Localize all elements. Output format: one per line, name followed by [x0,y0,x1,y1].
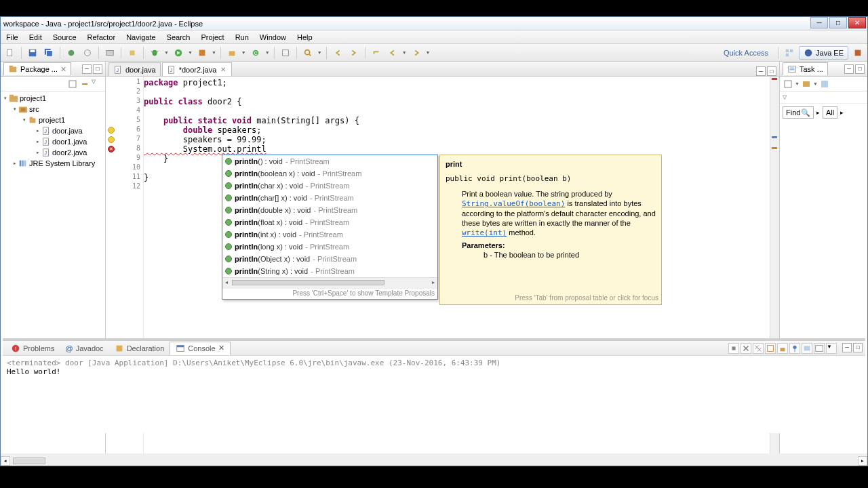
maximize-button[interactable]: □ [829,17,847,28]
link-editor-button[interactable] [79,79,90,89]
collapse-all-button[interactable] [67,79,78,89]
tree-src[interactable]: src [29,105,39,113]
hscroll-left-button[interactable]: ◂ [1,456,10,466]
forward-button[interactable] [410,46,423,60]
new-package-button[interactable] [225,46,239,60]
close-tab-icon[interactable]: ✕ [219,66,227,73]
maximize-view-button[interactable]: □ [93,64,102,74]
tree-file[interactable]: door1.java [52,138,87,146]
run-button[interactable] [172,46,185,60]
error-annotation-icon[interactable]: ✕ [108,146,115,152]
annotation-prev-button[interactable] [331,46,344,60]
new-button[interactable] [3,46,17,60]
tool-button[interactable] [125,46,139,60]
javadoc-link[interactable]: write(int) [462,228,507,237]
perspective-java-button[interactable] [851,46,865,60]
overview-mark[interactable] [772,136,777,138]
search-button[interactable] [301,46,315,60]
perspective-java-ee[interactable]: Java EE [799,46,848,60]
editor-tab-door[interactable]: J door.java [108,62,161,76]
remove-all-button[interactable] [753,343,764,354]
new-class-button[interactable]: C [249,46,262,60]
editor-maximize-button[interactable]: □ [767,66,776,76]
javadoc-link[interactable]: String.valueOf(boolean) [462,199,565,208]
console-tab[interactable]: Console ✕ [170,342,230,355]
autocomplete-scrollbar[interactable]: ◂ ▸ [222,277,437,288]
view-menu-button[interactable]: ▽ [92,79,102,89]
completion-item[interactable]: println(char[] x) : void - PrintStream [222,192,437,204]
back-button[interactable] [386,46,399,60]
menu-run[interactable]: Run [230,33,254,41]
minimize-view-button[interactable]: ─ [844,64,854,74]
menu-navigate[interactable]: Navigate [121,33,161,41]
editor-minimize-button[interactable]: ─ [756,66,766,76]
menu-search[interactable]: Search [161,33,196,41]
task-menu-button[interactable] [819,79,830,89]
console-menu-button[interactable]: ▼ [826,343,837,354]
menu-edit[interactable]: Edit [24,33,47,41]
console-output[interactable]: <terminated> door [Java Application] D:\… [3,356,865,379]
scroll-lock-button[interactable] [777,343,788,354]
completion-item[interactable]: println() : void - PrintStream [222,155,437,167]
minimize-view-button[interactable]: ─ [82,64,92,74]
open-type-button[interactable] [279,46,292,60]
new-server-button[interactable] [103,46,117,60]
save-all-button[interactable] [42,46,56,60]
close-tab-icon[interactable]: ✕ [218,344,224,352]
find-input[interactable]: Find 🔍 [783,106,814,119]
completion-item[interactable]: println(double x) : void - PrintStream [222,204,437,216]
package-explorer-tab[interactable]: Package ... ✕ [3,62,71,75]
filter-all-button[interactable]: All [823,106,837,119]
package-tree[interactable]: ▾ project1 ▾ src ▾ project1 ▸ J d [1,92,105,170]
tree-file[interactable]: door.java [52,127,83,135]
completion-item[interactable]: println(long x) : void - PrintStream [222,241,437,253]
javadoc-tab[interactable]: @Javadoc [60,343,108,354]
run-last-button[interactable] [195,46,209,60]
completion-item[interactable]: println(String x) : void - PrintStream [222,265,437,277]
panel-minimize-button[interactable]: ─ [842,343,852,352]
menu-file[interactable]: File [1,33,24,41]
menu-refactor[interactable]: Refactor [82,33,121,41]
close-button[interactable]: ✕ [848,17,866,28]
completion-item[interactable]: println(int x) : void - PrintStream [222,228,437,241]
debug-last-button[interactable] [64,46,78,60]
annotation-next-button[interactable] [347,46,361,60]
pin-console-button[interactable] [789,343,800,354]
new-task-button[interactable] [783,79,793,89]
completion-item[interactable]: println(float x) : void - PrintStream [222,216,437,228]
save-button[interactable] [26,46,39,60]
last-edit-button[interactable] [370,46,383,60]
skip-breakpoints-button[interactable] [81,46,94,60]
categorize-button[interactable] [801,79,812,89]
menu-help[interactable]: Help [292,33,318,41]
task-list-tab[interactable]: Task ... [783,62,828,75]
minimize-button[interactable]: ─ [810,17,828,28]
debug-button[interactable] [148,46,161,60]
menu-project[interactable]: Project [195,33,229,41]
tree-file[interactable]: door2.java [52,148,87,157]
hscroll-thumb[interactable] [13,458,45,464]
terminate-button[interactable] [728,343,739,354]
clear-console-button[interactable] [765,343,776,354]
tree-project[interactable]: project1 [20,94,46,102]
open-perspective-button[interactable] [783,46,796,60]
remove-launch-button[interactable] [741,343,751,354]
editor-tab-door2[interactable]: J *door2.java ✕ [162,62,233,76]
close-view-icon[interactable]: ✕ [60,65,66,74]
problems-tab[interactable]: ! Problems [5,342,60,354]
declaration-tab[interactable]: Declaration [109,342,170,354]
warning-annotation-icon[interactable] [108,136,115,143]
panel-maximize-button[interactable]: □ [853,343,863,352]
maximize-view-button[interactable]: □ [855,64,865,74]
overview-warning-mark[interactable] [772,147,777,149]
warning-annotation-icon[interactable] [108,127,115,134]
tree-package[interactable]: project1 [39,116,65,124]
completion-item[interactable]: println(boolean x) : void - PrintStream [222,167,437,180]
completion-item[interactable]: println(Object x) : void - PrintStream [222,253,437,265]
quick-access[interactable]: Quick Access [718,49,774,57]
overview-error-mark[interactable] [772,78,777,80]
display-selected-button[interactable] [802,343,812,354]
content-assist-popup[interactable]: println() : void - PrintStream println(b… [222,155,438,300]
menu-source[interactable]: Source [47,33,82,41]
completion-item[interactable]: println(char x) : void - PrintStream [222,180,437,192]
